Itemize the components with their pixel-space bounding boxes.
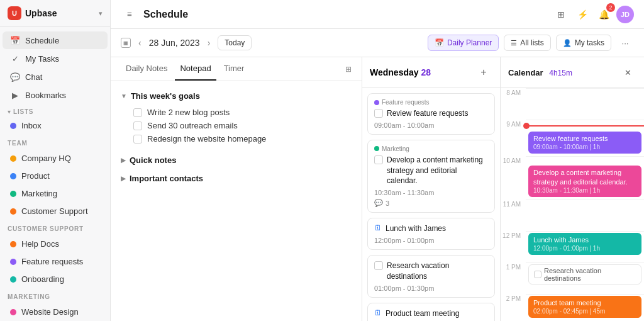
task-card-lunch[interactable]: 🗓 Lunch with James 12:00pm - 01:00pm [367, 218, 495, 250]
calendar-duration: 4h15m [549, 69, 572, 77]
app-logo[interactable]: U Upbase [8, 6, 57, 20]
important-contacts-section[interactable]: ▶ Important contacts [121, 171, 352, 186]
task-check-1[interactable] [374, 109, 383, 118]
task-card-review-feature[interactable]: Feature requests Review feature requests… [367, 93, 495, 135]
datebar-right: 📅 Daily Planner ☰ All lists 👤 My tasks ·… [428, 34, 634, 52]
help-docs-dot [10, 241, 16, 247]
mini-calendar-icon[interactable]: ▦ [121, 38, 131, 48]
sidebar-label-schedule: Schedule [25, 36, 59, 45]
avatar[interactable]: JD [616, 6, 634, 23]
task-card-vacation[interactable]: Research vacation destinations 01:00pm -… [367, 255, 495, 298]
checkbox-3[interactable] [133, 135, 142, 144]
calendar-close-button[interactable]: ✕ [619, 64, 636, 81]
more-options-button[interactable]: ··· [616, 34, 634, 52]
tab-daily-notes[interactable]: Daily Notes [121, 57, 172, 81]
time-label-2pm: 2 PM [501, 294, 526, 302]
sidebar-item-onboarding[interactable]: Onboarding [3, 271, 108, 288]
sidebar-item-schedule[interactable]: 📅 Schedule [3, 31, 108, 49]
checklist-item-2: Send 30 outreach emails [121, 119, 352, 132]
sidebar-item-product[interactable]: Product [3, 167, 108, 184]
task-card-content-marketing[interactable]: Marketing Develop a content marketing st… [367, 140, 495, 213]
task-card-product-meeting[interactable]: 🗓 Product team meeting 02:00pm - 02:45pm [367, 303, 495, 321]
product-dot [10, 173, 16, 179]
lists-section-header[interactable]: ▾ Lists [0, 104, 110, 116]
sidebar-item-bookmarks[interactable]: ▶ Bookmarks [3, 86, 108, 104]
sidebar-label-customer-support: Customer Support [21, 206, 88, 216]
topbar-right: ⊞ ⚡ 🔔 2 JD [552, 6, 634, 23]
time-label-11am: 11 AM [501, 200, 526, 208]
datebar: ▦ ‹ 28 Jun, 2023 › Today 📅 Daily Planner… [111, 29, 644, 57]
hamburger-button[interactable]: ≡ [121, 6, 138, 23]
cal-event-product-meeting[interactable]: Product team meeting 02:00pm - 02:45pm |… [528, 296, 641, 318]
cal-event-lunch[interactable]: Lunch with James 12:00pm - 01:00pm | 1h [528, 233, 641, 255]
time-slot-12pm: 12 PM Lunch with James 12:00pm - 01:00pm… [501, 231, 644, 262]
sidebar: U Upbase ▾ 📅 Schedule ✓ My Tasks 💬 Chat … [0, 0, 111, 321]
task-time-1: 09:00am - 10:00am [374, 121, 488, 129]
task-time-4: 01:00pm - 01:30pm [374, 284, 488, 292]
task-title-row-4: Research vacation destinations [374, 261, 488, 282]
bookmark-icon: ▶ [10, 90, 20, 100]
all-lists-view-button[interactable]: ☰ All lists [504, 35, 550, 51]
app-name: Upbase [25, 8, 57, 18]
sidebar-item-help-docs[interactable]: Help Docs [3, 235, 108, 252]
calendar-title: Calendar [508, 68, 543, 77]
weekly-goals-header[interactable]: ▼ This week's goals [121, 91, 352, 101]
task-check-4[interactable] [374, 261, 383, 270]
sidebar-label-onboarding: Onboarding [21, 274, 64, 284]
customer-support-section-label: CUSTOMER SUPPORT [0, 220, 110, 235]
checklist-item-3: Redesign the website homepage [121, 132, 352, 145]
day-number: 28 [421, 67, 431, 77]
time-label-1pm: 1 PM [501, 262, 526, 271]
sidebar-item-company-hq[interactable]: Company HQ [3, 150, 108, 167]
sidebar-item-inbox[interactable]: Inbox [3, 117, 108, 134]
cal-event-title-3: Lunch with James [533, 235, 636, 244]
next-date-button[interactable]: › [205, 37, 213, 49]
daily-planner-view-button[interactable]: 📅 Daily Planner [428, 35, 499, 51]
notes-content: ▼ This week's goals Write 2 new blog pos… [111, 81, 362, 321]
tab-notepad[interactable]: Notepad [175, 57, 216, 81]
weekly-goals-title: This week's goals [131, 91, 200, 101]
vac-check[interactable] [534, 271, 541, 278]
sidebar-item-my-tasks[interactable]: ✓ My Tasks [3, 50, 108, 67]
prev-date-button[interactable]: ‹ [136, 37, 144, 49]
notification-button[interactable]: 🔔 2 [595, 6, 613, 23]
tab-timer[interactable]: Timer [219, 57, 250, 81]
daily-planner-label: Daily Planner [447, 38, 492, 47]
checkbox-1[interactable] [133, 108, 142, 117]
task-title-1: Review feature requests [387, 108, 468, 119]
sidebar-item-marketing[interactable]: Marketing [3, 185, 108, 202]
feature-requests-dot [10, 259, 16, 265]
task-category-2: Marketing [374, 145, 488, 152]
comment-icon-2: 💬 [374, 199, 383, 207]
team-section-label: TEAM [0, 135, 110, 149]
checklist-label-1: Write 2 new blog posts [147, 108, 230, 117]
checkbox-2[interactable] [133, 121, 142, 130]
calendar-icon: 📅 [10, 35, 20, 45]
add-task-header-button[interactable]: + [475, 64, 492, 81]
time-label-9am: 9 AM [501, 120, 526, 128]
sidebar-item-chat[interactable]: 💬 Chat [3, 68, 108, 86]
my-tasks-view-button[interactable]: 👤 My tasks [556, 35, 611, 51]
sidebar-item-feature-requests[interactable]: Feature requests [3, 253, 108, 270]
lightning-icon-button[interactable]: ⚡ [574, 6, 591, 23]
grid-icon-button[interactable]: ⊞ [552, 6, 570, 23]
time-slot-9am: 9 AM Review feature requests 09:00am - 1… [501, 120, 644, 156]
sidebar-item-customer-support[interactable]: Customer Support [3, 203, 108, 220]
sidebar-collapse-icon[interactable]: ▾ [99, 9, 103, 18]
task-title-row-1: Review feature requests [374, 108, 488, 119]
cal-event-review-feature[interactable]: Review feature requests 09:00am - 10:00a… [528, 132, 641, 154]
calendar-header: Calendar 4h15m ✕ [501, 57, 644, 88]
cal-event-time-5: 02:00pm - 02:45pm | 45m [533, 307, 636, 315]
sidebar-item-website-design[interactable]: Website Design [3, 303, 108, 320]
cal-event-vacation[interactable]: Research vacation destinations [528, 264, 641, 284]
notification-badge: 2 [606, 3, 615, 12]
chat-icon: 💬 [10, 72, 20, 82]
cal-event-content-marketing[interactable]: Develop a content marketing strategy and… [528, 166, 641, 197]
vacation-label: Research vacation destinations [544, 267, 636, 282]
comment-count-2: 3 [386, 200, 389, 207]
task-check-2[interactable] [374, 155, 383, 164]
tab-expand-icon[interactable]: ⊞ [345, 65, 352, 74]
today-button[interactable]: Today [218, 35, 252, 50]
company-hq-dot [10, 155, 16, 162]
quick-notes-section[interactable]: ▶ Quick notes [121, 153, 352, 167]
